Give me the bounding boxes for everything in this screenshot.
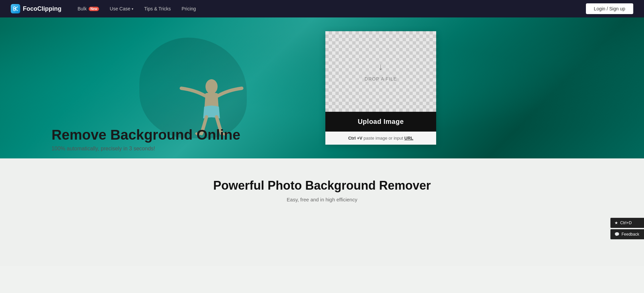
chevron-down-icon: ▾	[132, 7, 133, 11]
pricing-label: Pricing	[182, 6, 196, 11]
upload-card: ↓ DROP A FILE Upload Image Ctrl +V paste…	[325, 31, 436, 145]
feedback-label: Feedback	[622, 232, 639, 237]
login-button[interactable]: Login / Sign up	[586, 3, 633, 14]
lower-section: Powerful Photo Background Remover Easy, …	[0, 158, 644, 266]
logo-icon	[11, 4, 20, 13]
nav-tips-link[interactable]: Tips & Tricks	[144, 6, 171, 11]
drop-zone[interactable]: ↓ DROP A FILE	[325, 31, 436, 112]
hero-text: Remove Background Online 100% automatica…	[51, 127, 240, 152]
nav-pricing-link[interactable]: Pricing	[182, 6, 196, 11]
lower-subtitle: Easy, free and in high efficiency	[287, 197, 357, 202]
upload-button[interactable]: Upload Image	[325, 112, 436, 132]
hero-subtitle: 100% automatically, precisely in 3 secon…	[51, 146, 240, 152]
sidebar-actions: ★ Ctrl+D 💬 Feedback	[610, 218, 644, 239]
logo-text: FocoClipping	[23, 5, 61, 12]
drop-arrow-icon: ↓	[378, 61, 383, 72]
bulk-label: Bulk	[78, 6, 87, 11]
bookmark-button[interactable]: ★ Ctrl+D	[610, 218, 644, 228]
hero-section: Remove Background Online 100% automatica…	[0, 17, 644, 158]
navbar-right: Login / Sign up	[586, 3, 633, 14]
paste-hint: Ctrl +V paste image or input URL	[325, 132, 436, 145]
svg-point-0	[13, 7, 15, 9]
lower-title: Powerful Photo Background Remover	[213, 179, 431, 193]
paste-shortcut: Ctrl +V	[348, 136, 362, 141]
hero-background: Remove Background Online 100% automatica…	[0, 17, 644, 158]
url-link[interactable]: URL	[404, 136, 413, 141]
svg-point-5	[205, 79, 218, 94]
logo-link[interactable]: FocoClipping	[11, 4, 61, 13]
hero-title: Remove Background Online	[51, 127, 240, 143]
nav-bulk-link[interactable]: Bulk New	[78, 6, 99, 11]
feedback-button[interactable]: 💬 Feedback	[610, 229, 644, 239]
drop-label: DROP A FILE	[365, 76, 397, 82]
new-badge: New	[89, 7, 99, 11]
nav-links: Bulk New Use Case ▾ Tips & Tricks Pricin…	[78, 6, 196, 11]
bookmark-label: Ctrl+D	[620, 221, 632, 225]
nav-usecase-link[interactable]: Use Case ▾	[110, 6, 133, 11]
navbar: FocoClipping Bulk New Use Case ▾ Tips & …	[0, 0, 644, 17]
tips-label: Tips & Tricks	[144, 6, 171, 11]
svg-point-1	[13, 9, 15, 11]
chat-icon: 💬	[614, 232, 619, 237]
star-icon: ★	[614, 221, 618, 225]
usecase-label: Use Case	[110, 6, 130, 11]
svg-line-4	[15, 8, 16, 9]
